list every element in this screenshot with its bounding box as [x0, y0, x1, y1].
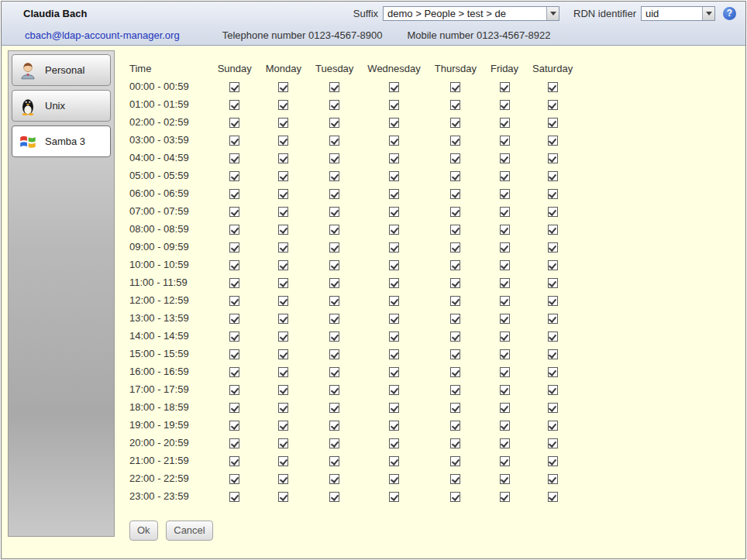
logon-hour-checkbox[interactable]: [329, 171, 339, 181]
cancel-button[interactable]: Cancel: [166, 520, 212, 541]
suffix-select[interactable]: demo > People > test > de: [383, 6, 559, 21]
logon-hour-checkbox[interactable]: [450, 242, 460, 253]
logon-hour-checkbox[interactable]: [548, 225, 558, 235]
logon-hour-checkbox[interactable]: [389, 296, 399, 306]
logon-hour-checkbox[interactable]: [548, 278, 558, 288]
logon-hour-checkbox[interactable]: [329, 385, 339, 395]
logon-hour-checkbox[interactable]: [389, 207, 399, 217]
logon-hour-checkbox[interactable]: [278, 367, 288, 377]
logon-hour-checkbox[interactable]: [278, 349, 288, 359]
logon-hour-checkbox[interactable]: [329, 278, 339, 288]
logon-hour-checkbox[interactable]: [548, 100, 558, 110]
logon-hour-checkbox[interactable]: [229, 492, 239, 502]
logon-hour-checkbox[interactable]: [278, 296, 288, 306]
logon-hour-checkbox[interactable]: [278, 332, 288, 342]
logon-hour-checkbox[interactable]: [278, 136, 288, 146]
logon-hour-checkbox[interactable]: [329, 82, 339, 92]
logon-hour-checkbox[interactable]: [229, 153, 239, 163]
logon-hour-checkbox[interactable]: [548, 314, 558, 324]
logon-hour-checkbox[interactable]: [450, 260, 460, 270]
logon-hour-checkbox[interactable]: [389, 403, 399, 413]
logon-hour-checkbox[interactable]: [450, 207, 460, 217]
logon-hour-checkbox[interactable]: [450, 136, 460, 146]
logon-hour-checkbox[interactable]: [229, 296, 239, 306]
logon-hour-checkbox[interactable]: [548, 260, 558, 270]
logon-hour-checkbox[interactable]: [500, 474, 510, 484]
logon-hour-checkbox[interactable]: [450, 403, 460, 413]
logon-hour-checkbox[interactable]: [500, 278, 510, 288]
logon-hour-checkbox[interactable]: [229, 474, 239, 484]
logon-hour-checkbox[interactable]: [329, 403, 339, 413]
logon-hour-checkbox[interactable]: [329, 421, 339, 431]
logon-hour-checkbox[interactable]: [389, 456, 399, 466]
logon-hour-checkbox[interactable]: [389, 367, 399, 377]
logon-hour-checkbox[interactable]: [278, 242, 288, 253]
logon-hour-checkbox[interactable]: [329, 332, 339, 342]
logon-hour-checkbox[interactable]: [229, 367, 239, 377]
logon-hour-checkbox[interactable]: [278, 438, 288, 448]
logon-hour-checkbox[interactable]: [500, 349, 510, 359]
logon-hour-checkbox[interactable]: [278, 225, 288, 235]
logon-hour-checkbox[interactable]: [389, 438, 399, 448]
logon-hour-checkbox[interactable]: [329, 260, 339, 270]
logon-hour-checkbox[interactable]: [450, 474, 460, 484]
logon-hour-checkbox[interactable]: [548, 207, 558, 217]
logon-hour-checkbox[interactable]: [389, 385, 399, 395]
logon-hour-checkbox[interactable]: [548, 153, 558, 163]
logon-hour-checkbox[interactable]: [548, 456, 558, 466]
logon-hour-checkbox[interactable]: [329, 225, 339, 235]
logon-hour-checkbox[interactable]: [450, 118, 460, 128]
sidebar-item-personal[interactable]: Personal: [12, 54, 111, 86]
logon-hour-checkbox[interactable]: [389, 349, 399, 359]
logon-hour-checkbox[interactable]: [389, 492, 399, 502]
logon-hour-checkbox[interactable]: [450, 367, 460, 377]
logon-hour-checkbox[interactable]: [548, 332, 558, 342]
logon-hour-checkbox[interactable]: [278, 189, 288, 199]
logon-hour-checkbox[interactable]: [329, 207, 339, 217]
logon-hour-checkbox[interactable]: [500, 456, 510, 466]
logon-hour-checkbox[interactable]: [389, 136, 399, 146]
logon-hour-checkbox[interactable]: [278, 385, 288, 395]
logon-hour-checkbox[interactable]: [500, 403, 510, 413]
logon-hour-checkbox[interactable]: [329, 314, 339, 324]
logon-hour-checkbox[interactable]: [450, 385, 460, 395]
logon-hour-checkbox[interactable]: [229, 100, 239, 110]
logon-hour-checkbox[interactable]: [278, 207, 288, 217]
logon-hour-checkbox[interactable]: [450, 438, 460, 448]
logon-hour-checkbox[interactable]: [500, 260, 510, 270]
logon-hour-checkbox[interactable]: [278, 492, 288, 502]
logon-hour-checkbox[interactable]: [450, 225, 460, 235]
logon-hour-checkbox[interactable]: [389, 82, 399, 92]
logon-hour-checkbox[interactable]: [548, 118, 558, 128]
logon-hour-checkbox[interactable]: [450, 189, 460, 199]
logon-hour-checkbox[interactable]: [500, 207, 510, 217]
logon-hour-checkbox[interactable]: [548, 349, 558, 359]
logon-hour-checkbox[interactable]: [450, 153, 460, 163]
logon-hour-checkbox[interactable]: [329, 136, 339, 146]
logon-hour-checkbox[interactable]: [450, 349, 460, 359]
logon-hour-checkbox[interactable]: [278, 456, 288, 466]
ok-button[interactable]: Ok: [129, 520, 158, 541]
logon-hour-checkbox[interactable]: [548, 474, 558, 484]
logon-hour-checkbox[interactable]: [500, 296, 510, 306]
logon-hour-checkbox[interactable]: [500, 82, 510, 92]
logon-hour-checkbox[interactable]: [229, 82, 239, 92]
logon-hour-checkbox[interactable]: [229, 260, 239, 270]
logon-hour-checkbox[interactable]: [229, 189, 239, 199]
logon-hour-checkbox[interactable]: [548, 136, 558, 146]
logon-hour-checkbox[interactable]: [389, 260, 399, 270]
logon-hour-checkbox[interactable]: [500, 492, 510, 502]
logon-hour-checkbox[interactable]: [548, 438, 558, 448]
logon-hour-checkbox[interactable]: [229, 171, 239, 181]
logon-hour-checkbox[interactable]: [389, 189, 399, 199]
logon-hour-checkbox[interactable]: [229, 278, 239, 288]
logon-hour-checkbox[interactable]: [450, 82, 460, 92]
logon-hour-checkbox[interactable]: [389, 278, 399, 288]
logon-hour-checkbox[interactable]: [548, 385, 558, 395]
logon-hour-checkbox[interactable]: [500, 118, 510, 128]
logon-hour-checkbox[interactable]: [389, 171, 399, 181]
logon-hour-checkbox[interactable]: [500, 314, 510, 324]
logon-hour-checkbox[interactable]: [500, 153, 510, 163]
logon-hour-checkbox[interactable]: [329, 153, 339, 163]
logon-hour-checkbox[interactable]: [450, 278, 460, 288]
